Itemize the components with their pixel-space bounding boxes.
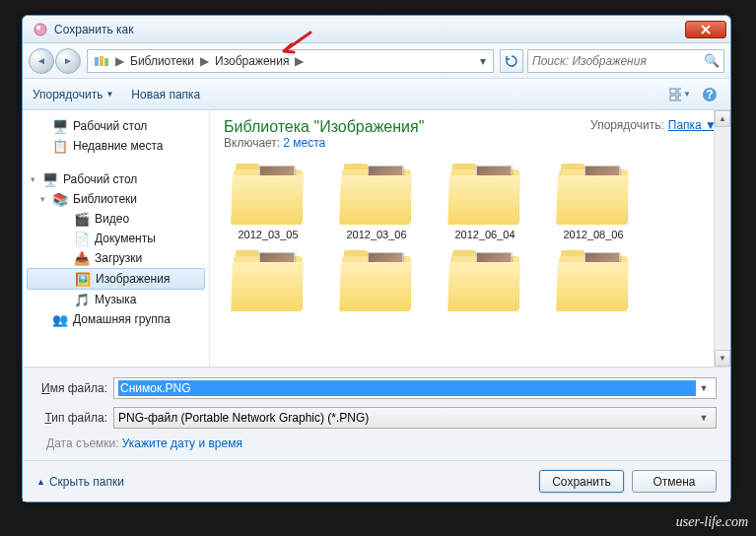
download-icon: 📥 xyxy=(74,250,90,266)
dropdown-arrow-icon[interactable]: ▼ xyxy=(696,383,712,393)
svg-rect-2 xyxy=(95,57,99,66)
svg-rect-6 xyxy=(678,89,681,94)
desktop-icon: 🖥️ xyxy=(52,118,68,134)
scroll-down-button[interactable]: ▼ xyxy=(715,350,730,367)
folder-item[interactable]: 2012_08_06 xyxy=(549,160,638,240)
libraries-icon: 📚 xyxy=(52,191,68,207)
save-button[interactable]: Сохранить xyxy=(539,470,624,493)
folder-label: 2012_03_06 xyxy=(346,229,406,240)
collapse-icon[interactable]: ▾ xyxy=(31,174,35,184)
organize-menu[interactable]: Упорядочить ▼ xyxy=(33,88,113,101)
svg-rect-4 xyxy=(104,58,108,66)
help-button[interactable]: ? xyxy=(699,84,721,105)
sidebar-item-homegroup[interactable]: 👥Домашняя группа xyxy=(23,309,209,329)
folder-label: 2012_08_06 xyxy=(563,229,623,240)
search-icon: 🔍 xyxy=(704,53,720,68)
dropdown-arrow-icon[interactable]: ▼ xyxy=(696,413,712,423)
content-pane: Библиотека "Изображения" Включает: 2 мес… xyxy=(210,110,730,367)
filename-label: Имя файла: xyxy=(36,381,113,395)
hide-folders-button[interactable]: ▲ Скрыть папки xyxy=(36,475,124,489)
sidebar-item-video[interactable]: 🎬Видео xyxy=(23,209,209,229)
window-title: Сохранить как xyxy=(54,23,133,36)
arrange-dropdown[interactable]: Папка ▼ xyxy=(668,118,717,132)
sidebar-item-libraries[interactable]: ▾📚Библиотеки xyxy=(23,189,209,209)
titlebar: Сохранить как xyxy=(23,16,730,43)
folder-item[interactable]: 2012_06_04 xyxy=(441,160,529,240)
svg-rect-3 xyxy=(100,56,103,66)
includes-link[interactable]: 2 места xyxy=(283,136,325,150)
folder-item[interactable] xyxy=(332,246,421,315)
library-icon xyxy=(94,54,109,68)
sidebar-item-recent[interactable]: 📋Недавние места xyxy=(23,136,209,156)
watermark: user-life.com xyxy=(676,514,748,530)
svg-point-0 xyxy=(34,24,46,35)
new-folder-button[interactable]: Новая папка xyxy=(131,88,200,101)
images-icon: 🖼️ xyxy=(75,271,91,287)
sidebar-item-documents[interactable]: 📄Документы xyxy=(23,229,209,248)
sidebar-item-music[interactable]: 🎵Музыка xyxy=(23,290,209,309)
folder-label: 2012_06_04 xyxy=(454,229,515,240)
sidebar-item-images[interactable]: 🖼️Изображения xyxy=(27,268,205,290)
folder-item[interactable] xyxy=(441,246,529,315)
scrollbar[interactable]: ▲ ▼ xyxy=(714,110,730,367)
breadcrumb-seg[interactable]: Библиотеки xyxy=(126,52,198,70)
video-icon: 🎬 xyxy=(74,211,90,227)
chevron-right-icon: ▶ xyxy=(198,54,211,68)
forward-button[interactable]: ► xyxy=(55,48,81,74)
folder-item[interactable] xyxy=(224,246,312,315)
library-title: Библиотека "Изображения" xyxy=(224,118,424,136)
footer: ▲ Скрыть папки Сохранить Отмена xyxy=(23,460,730,502)
filetype-label: Тип файла: xyxy=(36,411,113,425)
toolbar: Упорядочить ▼ Новая папка ▼ ? xyxy=(23,79,730,110)
recent-icon: 📋 xyxy=(52,138,68,154)
sidebar-item-desktop-root[interactable]: ▾🖥️Рабочий стол xyxy=(23,169,209,189)
svg-rect-5 xyxy=(670,89,676,94)
back-button[interactable]: ◄ xyxy=(29,48,54,74)
desktop-icon: 🖥️ xyxy=(42,171,58,187)
arrange-by: Упорядочить: Папка ▼ xyxy=(590,118,717,132)
chevron-right-icon: ▶ xyxy=(113,54,126,68)
svg-rect-7 xyxy=(670,96,676,100)
address-dropdown[interactable]: ▾ xyxy=(475,54,491,68)
filetype-select[interactable]: PNG-файл (Portable Network Graphic) (*.P… xyxy=(113,407,717,429)
document-icon: 📄 xyxy=(74,231,90,246)
svg-point-1 xyxy=(36,26,40,30)
annotation-arrow-icon xyxy=(276,30,315,59)
folder-item[interactable] xyxy=(549,246,638,315)
sidebar: 🖥️Рабочий стол 📋Недавние места ▾🖥️Рабочи… xyxy=(23,110,210,367)
scroll-up-button[interactable]: ▲ xyxy=(715,110,730,127)
cancel-button[interactable]: Отмена xyxy=(632,470,717,493)
close-button[interactable] xyxy=(685,21,726,38)
music-icon: 🎵 xyxy=(74,292,90,307)
folder-label: 2012_03_05 xyxy=(238,229,298,240)
folder-item[interactable]: 2012_03_06 xyxy=(332,160,421,240)
fields-panel: Имя файла: Снимок.PNG▼ Тип файла: PNG-фа… xyxy=(23,367,730,460)
collapse-icon[interactable]: ▾ xyxy=(40,194,45,204)
svg-text:?: ? xyxy=(706,88,713,101)
homegroup-icon: 👥 xyxy=(52,311,68,327)
navbar: ◄ ► ▶ Библиотеки ▶ Изображения ▶ ▾ 🔍 xyxy=(23,43,730,79)
search-box[interactable]: 🔍 xyxy=(527,49,724,73)
view-button[interactable]: ▼ xyxy=(669,84,691,105)
search-input[interactable] xyxy=(532,54,704,68)
app-icon xyxy=(33,22,48,37)
date-taken-field: Дата съемки: Укажите дату и время xyxy=(36,436,717,450)
folder-item[interactable]: 2012_03_05 xyxy=(224,160,312,240)
refresh-button[interactable] xyxy=(500,49,523,73)
filename-input[interactable]: Снимок.PNG▼ xyxy=(113,377,717,399)
sidebar-item-downloads[interactable]: 📥Загрузки xyxy=(23,248,209,268)
date-link[interactable]: Укажите дату и время xyxy=(122,436,242,450)
svg-rect-8 xyxy=(678,96,681,100)
library-includes: Включает: 2 места xyxy=(224,136,424,150)
save-dialog: Сохранить как ◄ ► ▶ Библиотеки ▶ Изображ… xyxy=(22,15,731,502)
sidebar-item-desktop[interactable]: 🖥️Рабочий стол xyxy=(23,116,209,136)
